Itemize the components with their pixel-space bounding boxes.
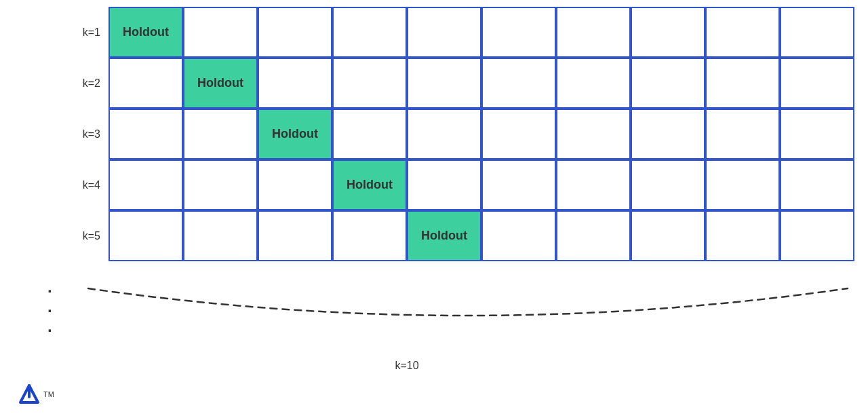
- cell-k1-6: [481, 7, 556, 58]
- cell-k5-10: [780, 210, 854, 261]
- cell-k2-3: [258, 58, 332, 109]
- cell-k2-6: [481, 58, 556, 109]
- cell-k3-4: [332, 109, 407, 159]
- cell-k3-8: [631, 109, 705, 159]
- cell-k4-7: [556, 159, 631, 210]
- cell-k5-9: [705, 210, 780, 261]
- cell-k3-10: [780, 109, 854, 159]
- k10-label: k=10: [395, 360, 418, 372]
- cell-k4-2: [183, 159, 258, 210]
- row-k4: k=4 Holdout: [68, 159, 854, 210]
- cell-k2-7: [556, 58, 631, 109]
- cell-k1-10: [780, 7, 854, 58]
- cell-k3-6: [481, 109, 556, 159]
- cell-k4-9: [705, 159, 780, 210]
- cell-k4-1: [108, 159, 183, 210]
- holdout-label-k5: Holdout: [408, 212, 480, 260]
- cell-k2-8: [631, 58, 705, 109]
- cell-k1-2: [183, 7, 258, 58]
- cell-k3-5: [407, 109, 481, 159]
- holdout-cell-k5: Holdout: [407, 210, 481, 261]
- cells-k1: Holdout: [108, 7, 854, 58]
- row-label-k4: k=4: [68, 179, 108, 191]
- cell-k1-7: [556, 7, 631, 58]
- cell-k4-5: [407, 159, 481, 210]
- cell-k5-4: [332, 210, 407, 261]
- holdout-cell-k4: Holdout: [332, 159, 407, 210]
- holdout-label-k1: Holdout: [110, 8, 182, 56]
- holdout-label-k3: Holdout: [259, 110, 331, 158]
- cell-k2-10: [780, 58, 854, 109]
- holdout-cell-k1: Holdout: [108, 7, 183, 58]
- cells-k4: Holdout: [108, 159, 854, 210]
- cell-k1-9: [705, 7, 780, 58]
- cell-k4-3: [258, 159, 332, 210]
- cell-k3-9: [705, 109, 780, 159]
- main-container: k=1 Holdout k=2 Hold: [0, 0, 868, 416]
- row-label-k3: k=3: [68, 128, 108, 140]
- cells-k5: Holdout: [108, 210, 854, 261]
- cell-k2-1: [108, 58, 183, 109]
- dots-indicator: ···: [47, 282, 52, 340]
- cell-k3-1: [108, 109, 183, 159]
- logo-icon: [17, 382, 41, 406]
- cell-k1-5: [407, 7, 481, 58]
- logo-area: TM: [17, 382, 54, 406]
- row-k5: k=5 Holdout: [68, 210, 854, 261]
- cell-k2-4: [332, 58, 407, 109]
- cell-k2-9: [705, 58, 780, 109]
- cell-k1-3: [258, 7, 332, 58]
- cell-k4-8: [631, 159, 705, 210]
- cell-k4-10: [780, 159, 854, 210]
- holdout-label-k4: Holdout: [334, 161, 406, 209]
- cells-k2: Holdout: [108, 58, 854, 109]
- cell-k5-7: [556, 210, 631, 261]
- row-label-k2: k=2: [68, 77, 108, 90]
- row-label-k5: k=5: [68, 230, 108, 242]
- cell-k5-1: [108, 210, 183, 261]
- holdout-label-k2: Holdout: [184, 59, 256, 107]
- row-k3: k=3 Holdout: [68, 109, 854, 159]
- row-label-k1: k=1: [68, 26, 108, 39]
- cell-k1-8: [631, 7, 705, 58]
- holdout-cell-k3: Holdout: [258, 109, 332, 159]
- holdout-cell-k2: Holdout: [183, 58, 258, 109]
- cells-k3: Holdout: [108, 109, 854, 159]
- cell-k5-6: [481, 210, 556, 261]
- cell-k2-5: [407, 58, 481, 109]
- logo-tm: TM: [43, 390, 54, 398]
- cell-k5-2: [183, 210, 258, 261]
- row-k1: k=1 Holdout: [68, 7, 854, 58]
- cell-k4-6: [481, 159, 556, 210]
- cell-k1-4: [332, 7, 407, 58]
- dashed-curve-svg: [81, 282, 854, 349]
- cell-k3-7: [556, 109, 631, 159]
- cell-k3-2: [183, 109, 258, 159]
- row-k2: k=2 Holdout: [68, 58, 854, 109]
- grid-area: k=1 Holdout k=2 Hold: [68, 7, 854, 261]
- cell-k5-3: [258, 210, 332, 261]
- cell-k5-8: [631, 210, 705, 261]
